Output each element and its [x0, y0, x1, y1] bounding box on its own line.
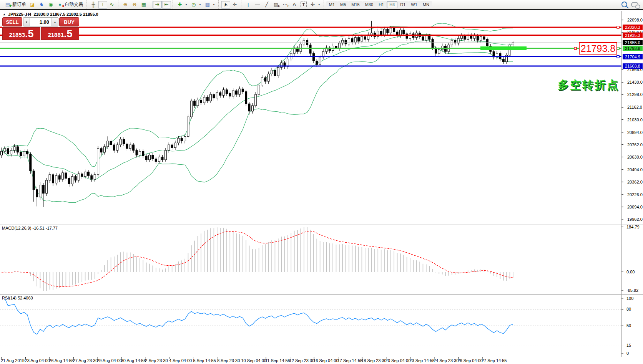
collapse-panel-icon[interactable]: ▲: [3, 13, 6, 16]
crosshair-button[interactable]: ✛: [230, 1, 239, 8]
candle-body: [316, 61, 318, 65]
price-badge-label: 21603.8: [625, 64, 640, 68]
volume-decrease-button[interactable]: ▼: [23, 18, 30, 26]
candle-body: [441, 46, 443, 50]
candle-body: [194, 101, 196, 106]
cursor-button[interactable]: ➤: [221, 1, 230, 8]
text-label-button[interactable]: T: [299, 1, 308, 8]
bar-chart-button[interactable]: ╫: [89, 1, 98, 8]
candle-body: [219, 93, 221, 95]
chart-canvas[interactable]: 22098.021966.021566.021430.021298.021162…: [0, 0, 643, 364]
indicators-icon: ✚: [177, 2, 183, 8]
candle-body: [58, 175, 60, 179]
toolbar-group: ▤✚新订单◪♞◉●■自动交易: [1, 0, 86, 9]
candle-body: [460, 36, 462, 38]
candle-body: [232, 91, 234, 96]
sell-price-display[interactable]: 21853.5: [2, 27, 40, 40]
candle-body: [46, 180, 48, 193]
signals-icon[interactable]: ◉: [46, 1, 55, 8]
text-button[interactable]: A: [290, 1, 299, 8]
trendline-button[interactable]: ╱: [262, 1, 271, 8]
eraser-icon[interactable]: ◪: [28, 1, 37, 8]
tile-windows-button[interactable]: ▦: [139, 1, 148, 8]
candle-body: [432, 40, 434, 48]
candle-body: [464, 36, 466, 40]
timeframe-d1-button[interactable]: D1: [397, 1, 408, 8]
candle-body: [216, 93, 218, 98]
candle-body: [13, 147, 15, 151]
candle-body: [287, 59, 289, 66]
templates-icon: ▧: [204, 2, 211, 8]
horizontal-line-button[interactable]: —: [253, 1, 262, 8]
periods-button[interactable]: ◷▼: [189, 1, 203, 8]
fibonacci-button[interactable]: ⋯F: [281, 1, 290, 8]
timeframe-m15-button[interactable]: M15: [349, 1, 362, 8]
candle-body: [78, 174, 80, 180]
sell-button[interactable]: SELL: [2, 17, 22, 26]
candle-body: [425, 36, 427, 40]
volume-increase-button[interactable]: ▲: [52, 18, 58, 26]
chat-icon[interactable]: [631, 2, 638, 7]
candle-body: [248, 104, 250, 111]
candle-body: [200, 100, 202, 103]
price-tick-label: 21430.0: [627, 80, 643, 84]
search-icon[interactable]: [621, 2, 627, 7]
text-icon: A: [291, 2, 297, 8]
candlestick-chart-button[interactable]: ⌶: [98, 1, 107, 8]
macd-axis-label: -85.82: [626, 288, 638, 293]
candle-body: [281, 63, 282, 67]
new-order-button[interactable]: ▤✚新订单: [3, 1, 28, 8]
autotrading-button[interactable]: ●■自动交易: [55, 1, 85, 8]
candle-body: [390, 28, 392, 33]
buy-price-display[interactable]: 21881.5: [41, 27, 79, 40]
candle-body: [94, 175, 96, 179]
candle-body: [277, 67, 279, 76]
macd-indicator-label: MACD(12,26,9) -16.51 -17.77: [2, 226, 58, 230]
cursor-icon: ➤: [221, 0, 229, 8]
market-watch-icon[interactable]: ♞: [37, 1, 46, 8]
arrows-button[interactable]: ✣▼: [308, 1, 322, 8]
timeframe-m1-button[interactable]: M1: [326, 1, 337, 8]
buy-button[interactable]: BUY: [59, 17, 79, 26]
candle-body: [126, 144, 128, 149]
timeframe-mn-button[interactable]: MN: [420, 1, 432, 8]
bar-chart-icon: ╫: [90, 2, 96, 8]
time-axis-label: 10 Sep 04:00: [241, 358, 266, 363]
candle-body: [10, 151, 12, 154]
timeframe-w1-button[interactable]: W1: [408, 1, 420, 8]
candle-body: [474, 36, 475, 38]
timeframe-m5-button[interactable]: M5: [337, 1, 349, 8]
price-tick-label: 21298.0: [627, 92, 643, 97]
candle-body: [512, 43, 514, 45]
zoom-out-button[interactable]: ⊖: [130, 1, 139, 8]
price-tick-label: 21162.0: [627, 105, 642, 109]
time-axis-label: 26 Sep 04:00: [457, 358, 482, 363]
indicators-button[interactable]: ✚▼: [175, 1, 189, 8]
text-label-icon: T: [301, 2, 307, 7]
timeframe-h1-button[interactable]: H1: [376, 1, 387, 8]
candle-body: [49, 175, 51, 180]
price-tick-label: 20494.0: [627, 167, 643, 172]
chart-shift-button[interactable]: ⇤: [162, 1, 171, 8]
candle-body: [65, 173, 67, 179]
candle-body: [164, 151, 166, 160]
vertical-line-button[interactable]: |: [244, 1, 253, 8]
auto-scroll-button[interactable]: ⇥: [153, 1, 162, 8]
line-chart-button[interactable]: ∿: [107, 1, 116, 8]
toolbar-group: M1M5M15M30H1H4D1W1MN: [324, 0, 434, 9]
candle-body: [387, 29, 389, 33]
timeframe-m30-button[interactable]: M30: [362, 1, 376, 8]
templates-button[interactable]: ▧▼: [203, 1, 217, 8]
candle-body: [184, 136, 186, 141]
equidistant-channel-button[interactable]: ▨E: [271, 1, 281, 8]
volume-input[interactable]: [30, 18, 52, 26]
chart-symbol-period: JPN225-,H4: [8, 12, 32, 17]
timeframe-h4-button[interactable]: H4: [387, 1, 397, 8]
zoom-in-button[interactable]: ⊕: [121, 1, 130, 8]
autotrading-button-label: 自动交易: [65, 1, 83, 8]
candle-body: [120, 139, 121, 145]
bollinger-upper-band: [2, 23, 513, 167]
candle-body: [30, 154, 32, 171]
time-axis-label: 23 Sep 14:55: [409, 358, 434, 363]
time-axis-label: 18 Sep 23:30: [361, 358, 386, 363]
